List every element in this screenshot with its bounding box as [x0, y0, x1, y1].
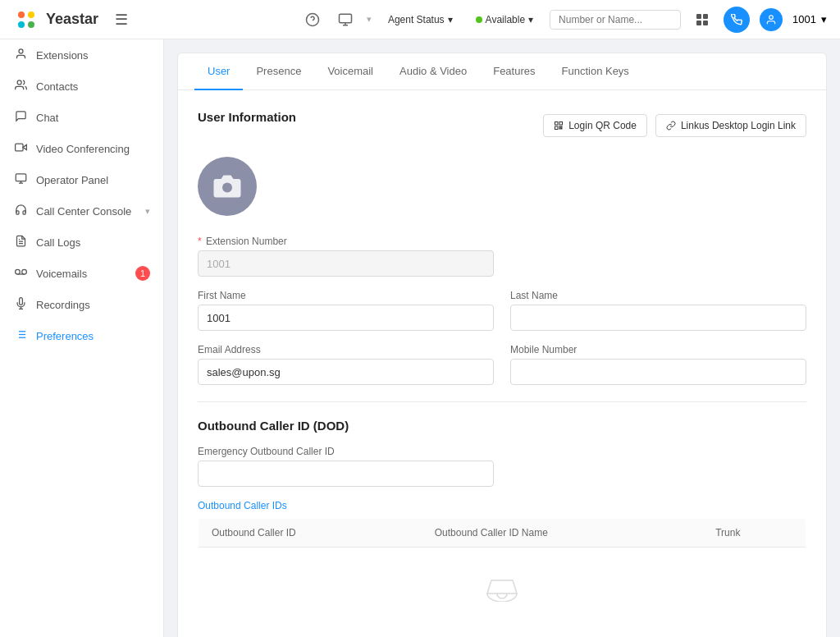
phone-icon[interactable]: [724, 7, 750, 33]
table-empty-row: [199, 548, 806, 627]
logo-text: Yeastar: [46, 11, 98, 28]
first-name-label: First Name: [198, 290, 494, 301]
svg-rect-38: [561, 126, 562, 127]
svg-rect-36: [555, 126, 559, 130]
svg-rect-37: [559, 126, 560, 127]
avatar[interactable]: [198, 157, 257, 216]
emergency-input[interactable]: [198, 461, 494, 487]
content-area: User Presence Voicemail Audio & Video Fe…: [164, 39, 840, 637]
extension-number-input[interactable]: [198, 250, 494, 277]
svg-point-1: [28, 11, 34, 18]
tab-audio-video[interactable]: Audio & Video: [386, 53, 480, 90]
login-qr-label: Login QR Code: [568, 120, 637, 131]
last-name-group: Last Name: [510, 290, 806, 331]
top-header: Yeastar ☰ ▾ Agent Status ▾ Available ▾: [0, 0, 840, 39]
extension-label: * Extension Number: [198, 236, 494, 247]
header-buttons: Login QR Code Linkus Desktop Login Link: [543, 114, 806, 137]
sidebar-item-operator-panel[interactable]: Operator Panel: [0, 164, 163, 195]
login-qr-button[interactable]: Login QR Code: [543, 114, 647, 137]
extension-group: * Extension Number: [198, 236, 494, 277]
video-icon: [13, 141, 28, 156]
emergency-group: Emergency Outbound Caller ID: [198, 446, 494, 487]
svg-point-14: [19, 49, 23, 53]
tab-features[interactable]: Features: [480, 53, 548, 90]
hamburger-icon[interactable]: ☰: [115, 11, 128, 29]
tabs-bar: User Presence Voicemail Audio & Video Fe…: [178, 53, 826, 90]
available-status-button[interactable]: Available ▾: [469, 11, 540, 29]
svg-rect-17: [15, 144, 22, 151]
linkus-login-button[interactable]: Linkus Desktop Login Link: [655, 114, 806, 137]
sidebar-item-video-conferencing[interactable]: Video Conferencing: [0, 133, 163, 164]
sidebar-item-chat[interactable]: Chat: [0, 102, 163, 133]
mobile-label: Mobile Number: [510, 344, 806, 355]
svg-point-2: [18, 21, 25, 28]
email-input[interactable]: [198, 359, 494, 385]
operator-icon: [13, 172, 28, 187]
sidebar-item-recordings[interactable]: Recordings: [0, 289, 163, 320]
chat-icon: [13, 110, 28, 125]
video-label: Video Conferencing: [36, 143, 130, 155]
tab-function-keys[interactable]: Function Keys: [549, 53, 642, 90]
last-name-label: Last Name: [510, 290, 806, 301]
call-logs-label: Call Logs: [36, 236, 80, 249]
recordings-icon: [13, 297, 28, 312]
voicemail-icon: [13, 266, 28, 281]
email-group: Email Address: [198, 344, 494, 385]
agent-status-label: Agent Status: [388, 14, 445, 25]
svg-rect-39: [559, 128, 560, 129]
header-right: ▾ Agent Status ▾ Available ▾ 1001 ▾: [301, 7, 827, 33]
required-star: *: [198, 236, 202, 247]
help-icon[interactable]: [301, 8, 324, 31]
tab-voicemail[interactable]: Voicemail: [314, 53, 386, 90]
user-badge[interactable]: 1001 ▾: [792, 13, 827, 25]
monitor-chevron[interactable]: ▾: [367, 14, 372, 25]
sidebar-item-preferences[interactable]: Preferences: [0, 320, 163, 351]
contacts-label: Contacts: [36, 80, 78, 93]
svg-point-24: [21, 269, 26, 274]
svg-point-0: [18, 11, 25, 18]
form-content: User Information Login QR Code Linkus De…: [178, 90, 826, 637]
monitor-icon[interactable]: [334, 8, 357, 31]
call-center-chevron: ▾: [145, 206, 150, 217]
tab-user[interactable]: User: [194, 53, 243, 90]
qr-icon: [554, 121, 564, 131]
user-info-title: User Information: [198, 110, 296, 124]
svg-rect-18: [16, 174, 26, 181]
available-label: Available: [486, 14, 525, 25]
last-name-input[interactable]: [510, 305, 806, 331]
sidebar-item-call-logs[interactable]: Call Logs: [0, 227, 163, 258]
main-layout: Extensions Contacts Chat Video Conferenc…: [0, 39, 840, 637]
svg-marker-16: [23, 144, 26, 149]
svg-rect-40: [561, 128, 562, 129]
svg-rect-9: [696, 14, 701, 19]
sidebar-item-contacts[interactable]: Contacts: [0, 71, 163, 102]
outbound-section: Outbound Caller ID (DOD) Emergency Outbo…: [198, 419, 806, 627]
call-center-label: Call Center Console: [36, 205, 131, 218]
empty-inbox-icon: [486, 572, 518, 602]
first-name-input[interactable]: [198, 305, 494, 331]
svg-point-23: [15, 269, 20, 274]
svg-rect-34: [555, 121, 559, 125]
table-label: Outbound Caller IDs: [198, 500, 806, 511]
tab-presence[interactable]: Presence: [243, 53, 314, 90]
svg-rect-6: [339, 14, 351, 23]
mobile-input[interactable]: [510, 359, 806, 385]
voicemails-badge: 1: [135, 266, 150, 281]
agent-status-button[interactable]: Agent Status ▾: [381, 11, 459, 29]
sidebar-item-call-center[interactable]: Call Center Console ▾: [0, 195, 163, 227]
col-trunk: Trunk: [702, 519, 806, 548]
sidebar-item-extensions[interactable]: Extensions: [0, 39, 163, 71]
svg-point-41: [222, 183, 232, 193]
sidebar-item-voicemails[interactable]: Voicemails 1: [0, 258, 163, 289]
section-header: User Information Login QR Code Linkus De…: [198, 110, 806, 140]
grid-icon[interactable]: [691, 8, 714, 31]
preferences-label: Preferences: [36, 330, 94, 342]
user-extension: 1001: [792, 13, 816, 25]
outbound-title: Outbound Caller ID (DOD): [198, 419, 806, 433]
user-avatar[interactable]: [760, 8, 783, 31]
contact-row: Email Address Mobile Number: [198, 344, 806, 385]
operator-label: Operator Panel: [36, 174, 108, 186]
header-left: Yeastar ☰: [13, 7, 128, 33]
search-input[interactable]: [550, 10, 681, 30]
empty-icon: [212, 556, 792, 618]
